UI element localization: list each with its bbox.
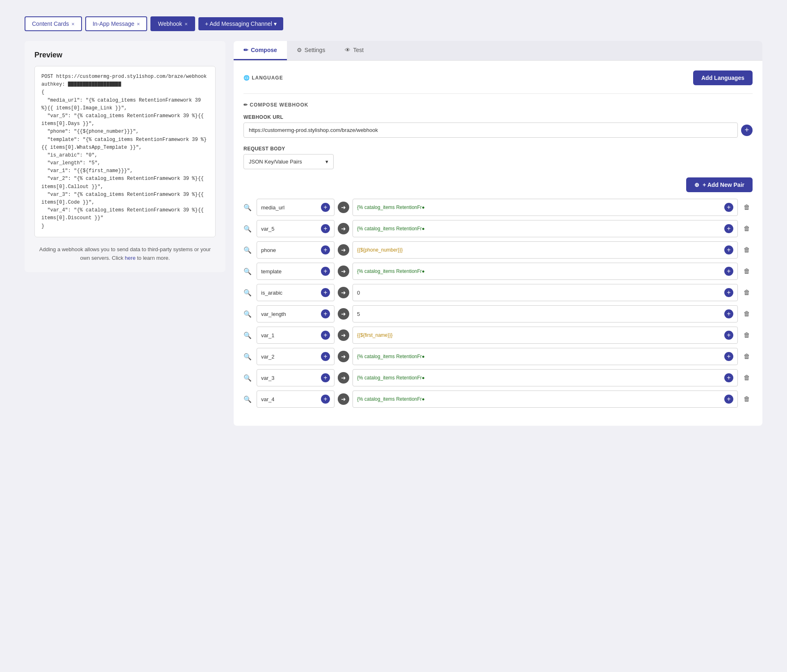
kv-value-field-0: {% catalog_items RetentionFr● +: [353, 199, 738, 216]
kv-arrow-9: ➜: [338, 393, 349, 405]
panel-tab-compose-label: Compose: [251, 47, 277, 53]
kv-key-add-button-7[interactable]: +: [321, 352, 330, 361]
kv-arrow-6: ➜: [338, 329, 349, 341]
kv-delete-button-5[interactable]: 🗑: [741, 308, 753, 320]
kv-row: 🔍 var_1 + ➜ {{${first_name}}} + 🗑: [243, 327, 753, 344]
kv-delete-button-7[interactable]: 🗑: [741, 351, 753, 362]
kv-delete-button-4[interactable]: 🗑: [741, 287, 753, 298]
kv-row: 🔍 var_2 + ➜ {% catalog_items RetentionFr…: [243, 348, 753, 365]
kv-row: 🔍 phone + ➜ {{${phone_number}}} + 🗑: [243, 241, 753, 259]
kv-key-add-button-1[interactable]: +: [321, 224, 330, 233]
search-icon[interactable]: 🔍: [243, 310, 253, 318]
kv-row: 🔍 is_arabic + ➜ 0 + 🗑: [243, 284, 753, 301]
main-layout: Preview POST https://customermg-prod.sty…: [25, 41, 762, 426]
add-languages-button[interactable]: Add Languages: [693, 70, 753, 85]
kv-row: 🔍 var_length + ➜ 5 + 🗑: [243, 305, 753, 322]
language-label: 🌐 LANGUAGE: [243, 75, 283, 81]
kv-key-add-button-3[interactable]: +: [321, 267, 330, 276]
panel-tab-test[interactable]: 👁 Test: [335, 41, 373, 60]
kv-delete-button-8[interactable]: 🗑: [741, 372, 753, 384]
kv-value-add-button-4[interactable]: +: [724, 288, 733, 297]
tab-content-cards[interactable]: Content Cards ×: [25, 16, 82, 31]
kv-value-field-8: {% catalog_items RetentionFr● +: [353, 369, 738, 386]
kv-value-field-2: {{${phone_number}}} +: [353, 241, 738, 259]
kv-key-add-button-8[interactable]: +: [321, 373, 330, 382]
add-messaging-channel-label: + Add Messaging Channel: [205, 20, 272, 27]
kv-pairs-table: 🔍 media_url + ➜ {% catalog_items Retenti…: [243, 199, 753, 408]
kv-value-add-button-1[interactable]: +: [724, 224, 733, 233]
kv-key-field-0: media_url +: [257, 199, 334, 216]
kv-key-field-1: var_5 +: [257, 220, 334, 237]
kv-value-field-5: 5 +: [353, 305, 738, 322]
panel-body: 🌐 LANGUAGE Add Languages ✏ COMPOSE WEBHO…: [234, 61, 762, 426]
here-link[interactable]: here: [125, 255, 136, 261]
kv-delete-button-3[interactable]: 🗑: [741, 266, 753, 277]
kv-key-field-8: var_3 +: [257, 369, 334, 386]
panel-tab-compose[interactable]: ✏ Compose: [234, 41, 287, 60]
kv-arrow-7: ➜: [338, 351, 349, 362]
panel-tabs: ✏ Compose ⚙ Settings 👁 Test: [234, 41, 762, 61]
search-icon[interactable]: 🔍: [243, 289, 253, 297]
kv-key-field-5: var_length +: [257, 305, 334, 322]
kv-key-add-button-5[interactable]: +: [321, 309, 330, 318]
search-icon[interactable]: 🔍: [243, 204, 253, 211]
search-icon[interactable]: 🔍: [243, 268, 253, 275]
tab-webhook-label: Webhook: [158, 20, 182, 27]
code-preview: POST https://customermg-prod.stylishop.c…: [34, 66, 216, 237]
kv-key-field-2: phone +: [257, 241, 334, 259]
panel-tab-settings[interactable]: ⚙ Settings: [287, 41, 335, 60]
kv-arrow-4: ➜: [338, 287, 349, 298]
kv-value-field-3: {% catalog_items RetentionFr● +: [353, 263, 738, 280]
tab-webhook[interactable]: Webhook ×: [150, 16, 195, 31]
add-messaging-channel-button[interactable]: + Add Messaging Channel ▾: [198, 17, 283, 30]
panel-tab-test-label: Test: [353, 47, 364, 53]
kv-value-add-button-3[interactable]: +: [724, 267, 733, 276]
tab-in-app-message-close[interactable]: ×: [137, 21, 140, 27]
tab-in-app-message[interactable]: In-App Message ×: [85, 16, 148, 31]
chevron-down-icon: ▾: [274, 20, 277, 27]
kv-key-add-button-2[interactable]: +: [321, 245, 330, 254]
tab-content-cards-close[interactable]: ×: [71, 21, 75, 27]
gear-icon: ⚙: [297, 47, 302, 53]
kv-value-field-6: {{${first_name}}} +: [353, 327, 738, 344]
webhook-url-input[interactable]: [243, 123, 738, 138]
search-icon[interactable]: 🔍: [243, 395, 253, 403]
search-icon[interactable]: 🔍: [243, 246, 253, 254]
kv-delete-button-2[interactable]: 🗑: [741, 244, 753, 256]
kv-key-add-button-9[interactable]: +: [321, 395, 330, 404]
kv-value-add-button-7[interactable]: +: [724, 352, 733, 361]
chevron-down-icon: ▾: [325, 159, 328, 165]
kv-value-add-button-0[interactable]: +: [724, 203, 733, 212]
kv-key-add-button-0[interactable]: +: [321, 203, 330, 212]
kv-key-field-9: var_4 +: [257, 390, 334, 408]
search-icon[interactable]: 🔍: [243, 225, 253, 233]
tab-in-app-message-label: In-App Message: [93, 20, 134, 27]
add-new-pair-button[interactable]: ⊕ + Add New Pair: [686, 177, 753, 192]
kv-value-field-4: 0 +: [353, 284, 738, 301]
kv-value-add-button-9[interactable]: +: [724, 395, 733, 404]
kv-row: 🔍 var_5 + ➜ {% catalog_items RetentionFr…: [243, 220, 753, 237]
kv-key-add-button-6[interactable]: +: [321, 331, 330, 340]
kv-delete-button-6[interactable]: 🗑: [741, 329, 753, 341]
kv-row: 🔍 var_4 + ➜ {% catalog_items RetentionFr…: [243, 390, 753, 408]
webhook-url-add-button[interactable]: +: [741, 125, 753, 136]
kv-value-add-button-5[interactable]: +: [724, 309, 733, 318]
kv-row: 🔍 media_url + ➜ {% catalog_items Retenti…: [243, 199, 753, 216]
kv-delete-button-9[interactable]: 🗑: [741, 393, 753, 405]
info-text: Adding a webhook allows you to send data…: [34, 245, 216, 263]
search-icon[interactable]: 🔍: [243, 331, 253, 339]
kv-value-add-button-8[interactable]: +: [724, 373, 733, 382]
kv-key-add-button-4[interactable]: +: [321, 288, 330, 297]
eye-icon: 👁: [345, 47, 350, 53]
preview-title: Preview: [34, 51, 216, 59]
kv-value-add-button-2[interactable]: +: [724, 245, 733, 254]
tab-webhook-close[interactable]: ×: [184, 21, 188, 27]
search-icon[interactable]: 🔍: [243, 353, 253, 361]
kv-delete-button-1[interactable]: 🗑: [741, 223, 753, 234]
compose-webhook-title: ✏ COMPOSE WEBHOOK: [243, 102, 753, 108]
kv-row: 🔍 template + ➜ {% catalog_items Retentio…: [243, 263, 753, 280]
request-body-dropdown[interactable]: JSON Key/Value Pairs ▾: [243, 154, 334, 169]
search-icon[interactable]: 🔍: [243, 374, 253, 382]
kv-value-add-button-6[interactable]: +: [724, 331, 733, 340]
kv-delete-button-0[interactable]: 🗑: [741, 202, 753, 213]
